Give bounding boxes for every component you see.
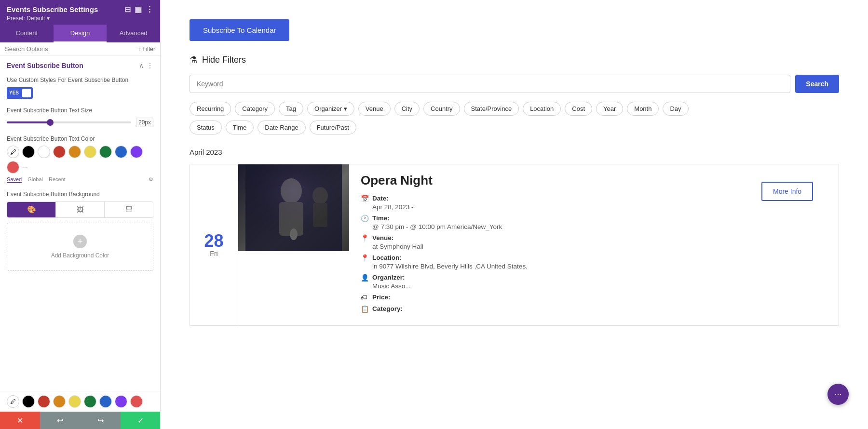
- bg-type-tabs: 🎨 🖼 🎞: [7, 201, 153, 218]
- tab-content[interactable]: Content: [0, 25, 54, 42]
- bottom-color-black[interactable]: [22, 395, 35, 408]
- pill-country[interactable]: Country: [423, 102, 460, 116]
- pill-tag[interactable]: Tag: [279, 102, 303, 116]
- bg-label: Event Subscribe Button Background: [7, 190, 153, 199]
- preset-label[interactable]: Preset: Default ▾: [7, 15, 153, 22]
- subscribe-calendar-button[interactable]: Subscribe To Calendar: [190, 19, 289, 41]
- grid-icon[interactable]: ▦: [135, 5, 142, 14]
- search-input[interactable]: [5, 45, 135, 53]
- custom-styles-label: Use Custom Styles For Event Subscribe Bu…: [7, 76, 153, 84]
- bg-tab-color[interactable]: 🎨: [7, 202, 56, 217]
- confirm-button[interactable]: ✓: [121, 412, 161, 429]
- color-yellow[interactable]: [84, 146, 96, 158]
- color-purple[interactable]: [130, 146, 143, 158]
- panel-content: Event Subscribe Button ∧ ⋮ Use Custom St…: [0, 56, 160, 429]
- pill-recurring[interactable]: Recurring: [190, 102, 231, 116]
- event-day-name: Fri: [210, 250, 217, 257]
- recent-tab[interactable]: Recent: [49, 176, 66, 183]
- slider-thumb[interactable]: [47, 119, 54, 126]
- pill-month[interactable]: Month: [627, 102, 659, 116]
- hide-filters-toggle[interactable]: ⚗ Hide Filters: [190, 54, 839, 65]
- location-label: Location:: [372, 254, 402, 261]
- panel-title: Events Subscribe Settings: [7, 5, 98, 13]
- main-content: Subscribe To Calendar ⚗ Hide Filters Sea…: [161, 0, 868, 429]
- tab-design[interactable]: Design: [54, 25, 107, 42]
- panel-tabs: Content Design Advanced: [0, 25, 160, 42]
- text-color-label: Event Subscribe Button Text Color: [7, 135, 153, 143]
- filter-pills-row2: Status Time Date Range Future/Past: [190, 121, 839, 134]
- venue-label: Venue:: [372, 234, 393, 241]
- price-label: Price:: [372, 294, 391, 301]
- month-label: April 2023: [190, 148, 839, 156]
- color-green[interactable]: [99, 146, 112, 158]
- pill-city[interactable]: City: [394, 102, 420, 116]
- text-size-value[interactable]: 20px: [136, 118, 153, 127]
- pill-day[interactable]: Day: [663, 102, 688, 116]
- pill-date-range[interactable]: Date Range: [258, 121, 305, 134]
- singer-illustration: [245, 164, 342, 251]
- event-right-col: More Info: [761, 164, 839, 325]
- redo-button[interactable]: ↪: [81, 412, 121, 429]
- more-swatches-icon[interactable]: ···: [22, 163, 28, 171]
- event-image: [238, 164, 349, 251]
- bottom-color-blue[interactable]: [99, 395, 112, 408]
- color-white[interactable]: [38, 146, 50, 158]
- text-size-slider-track: [7, 121, 131, 123]
- color-black[interactable]: [22, 146, 35, 158]
- search-button[interactable]: Search: [795, 75, 839, 93]
- color-custom[interactable]: [7, 161, 19, 174]
- bottom-color-orange[interactable]: [53, 395, 66, 408]
- custom-styles-toggle[interactable]: YES: [7, 87, 33, 99]
- global-tab[interactable]: Global: [27, 176, 43, 183]
- saved-tab[interactable]: Saved: [7, 176, 22, 183]
- organizer-label: Organizer:: [372, 274, 405, 281]
- time-label: Time:: [372, 214, 390, 222]
- bottom-color-red[interactable]: [38, 395, 50, 408]
- date-label: Date:: [372, 195, 389, 202]
- text-size-label: Event Subscribe Button Text Size: [7, 107, 153, 115]
- color-blue[interactable]: [115, 146, 127, 158]
- pill-year[interactable]: Year: [596, 102, 623, 116]
- filter-button[interactable]: + Filter: [137, 46, 155, 53]
- section-more-icon[interactable]: ⋮: [147, 62, 153, 69]
- bg-tab-video[interactable]: 🎞: [105, 202, 153, 217]
- minimize-icon[interactable]: ⊟: [124, 5, 131, 14]
- tab-advanced[interactable]: Advanced: [107, 25, 160, 42]
- bottom-color-yellow[interactable]: [68, 395, 81, 408]
- keyword-input[interactable]: [190, 75, 790, 93]
- action-bar: ✕ ↩ ↪ ✓: [0, 412, 161, 429]
- toggle-yes-label: YES: [7, 87, 21, 99]
- pill-future-past[interactable]: Future/Past: [310, 121, 356, 134]
- section-collapse-icon[interactable]: ∧: [139, 62, 144, 69]
- event-date-column: 28 Fri: [190, 164, 238, 325]
- pill-organizer[interactable]: Organizer ▾: [307, 102, 354, 116]
- bottom-color-row: 🖊: [0, 391, 161, 412]
- pill-cost[interactable]: Cost: [565, 102, 592, 116]
- pill-status[interactable]: Status: [190, 121, 222, 134]
- pill-state[interactable]: State/Province: [464, 102, 519, 116]
- more-info-button[interactable]: More Info: [761, 182, 813, 201]
- pill-location[interactable]: Location: [523, 102, 561, 116]
- bottom-color-purple[interactable]: [115, 395, 127, 408]
- pill-time[interactable]: Time: [226, 121, 254, 134]
- undo-button[interactable]: ↩: [40, 412, 80, 429]
- eyedropper-icon[interactable]: 🖊: [7, 146, 19, 158]
- more-icon[interactable]: ⋮: [146, 5, 153, 14]
- bottom-color-custom[interactable]: [130, 395, 143, 408]
- bottom-color-green[interactable]: [84, 395, 96, 408]
- section-title: Event Subscribe Button: [7, 62, 83, 69]
- bottom-eyedropper[interactable]: 🖊: [7, 395, 19, 408]
- color-orange[interactable]: [68, 146, 81, 158]
- pill-category[interactable]: Category: [235, 102, 275, 116]
- add-bg-icon: +: [73, 235, 87, 248]
- floating-dot-button[interactable]: ···: [827, 384, 849, 405]
- settings-icon[interactable]: ⚙: [149, 176, 153, 183]
- location-value: in 9077 Wilshire Blvd, Beverly Hills ,CA…: [372, 263, 528, 270]
- svg-rect-7: [245, 164, 342, 251]
- color-red[interactable]: [53, 146, 66, 158]
- bg-color-area[interactable]: + Add Background Color: [7, 223, 153, 271]
- cancel-button[interactable]: ✕: [0, 412, 40, 429]
- bg-tab-image[interactable]: 🖼: [56, 202, 105, 217]
- pill-venue[interactable]: Venue: [358, 102, 391, 116]
- location-icon: 📍: [361, 254, 369, 262]
